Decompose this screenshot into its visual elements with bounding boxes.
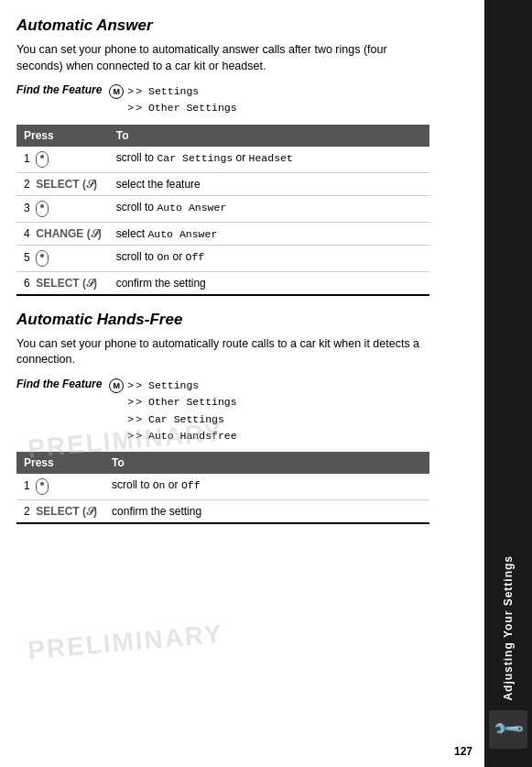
section1-title: Automatic Answer — [16, 16, 429, 35]
path2-3: >> Car Settings — [109, 411, 236, 428]
table2-row1-step: 1 — [16, 474, 104, 500]
table1-row3-desc: scroll to Auto Answer — [109, 195, 429, 222]
table2-row2-step: 2 SELECT (𝒮) — [16, 500, 104, 524]
page-number: 127 — [454, 745, 472, 758]
table1-row1-step: 1 — [16, 147, 109, 173]
table1-header-col1: Press — [16, 125, 109, 147]
table-2: Press To 1 scroll to On or Off — [16, 452, 429, 524]
select-action: SELECT (𝒮) — [36, 178, 97, 191]
side-tab-label: Adjusting Your Settings — [502, 555, 515, 701]
menu-icon-2: M — [109, 378, 124, 393]
table1-row4-desc: select Auto Answer — [109, 222, 429, 245]
find-feature-1: Find the Feature M >> Settings >> Other … — [16, 83, 429, 117]
section2-body: You can set your phone to automatically … — [16, 336, 429, 368]
table-row: 1 scroll to Car Settings or Headset — [16, 147, 429, 173]
table-row: 2 SELECT (𝒮) select the feature — [16, 172, 429, 195]
table2-header-col1: Press — [16, 452, 104, 474]
table2-row2-desc: confirm the setting — [104, 500, 429, 524]
table1-row5-desc: scroll to On or Off — [109, 245, 429, 271]
path2-4: >> Auto Handsfree — [109, 428, 236, 444]
table1-header-col2: To — [109, 125, 429, 147]
wrench-icon: 🔧 — [491, 712, 525, 746]
find-feature-label-1: Find the Feature — [16, 83, 102, 96]
table-1: Press To 1 scroll to Car Settings or Hea… — [16, 125, 429, 296]
select-action-6: SELECT (𝒮) — [36, 277, 97, 290]
table1-row6-desc: confirm the setting — [109, 271, 429, 295]
scroll-icon — [36, 250, 49, 267]
find-feature-2: Find the Feature M >> Settings >> Other … — [16, 378, 429, 445]
side-tab: Adjusting Your Settings 🔧 — [484, 0, 532, 767]
path1-2: >> Other Settings — [109, 100, 236, 116]
table1-row3-step: 3 — [16, 195, 109, 222]
select-action-2: SELECT (𝒮) — [36, 505, 97, 518]
table-row: 6 SELECT (𝒮) confirm the setting — [16, 271, 429, 295]
table2-header-col2: To — [104, 452, 429, 474]
section1-body: You can set your phone to automatically … — [16, 42, 429, 74]
section2-title: Automatic Hands-Free — [16, 311, 429, 329]
scroll-icon — [36, 201, 49, 217]
table2-row1-desc: scroll to On or Off — [104, 474, 429, 500]
change-action: CHANGE (𝒮) — [36, 227, 101, 240]
find-feature-path-2a: M >> Settings — [109, 378, 236, 394]
find-feature-label-2: Find the Feature — [16, 378, 102, 390]
scroll-icon — [36, 478, 49, 495]
path2-1: >> Settings — [127, 378, 199, 394]
table-row: 1 scroll to On or Off — [16, 474, 429, 500]
table1-row6-step: 6 SELECT (𝒮) — [16, 271, 109, 295]
path2-2: >> Other Settings — [109, 394, 236, 411]
table-row: 4 CHANGE (𝒮) select Auto Answer — [16, 222, 429, 245]
table1-row4-step: 4 CHANGE (𝒮) — [16, 222, 109, 245]
table1-row5-step: 5 — [16, 245, 109, 271]
scroll-icon — [36, 151, 49, 168]
find-feature-path-1: M >> Settings — [109, 83, 236, 100]
table1-row1-desc: scroll to Car Settings or Headset — [109, 147, 429, 173]
menu-icon-1: M — [109, 84, 124, 99]
table-row: 3 scroll to Auto Answer — [16, 195, 429, 222]
table-row: 2 SELECT (𝒮) confirm the setting — [16, 500, 429, 524]
table-row: 5 scroll to On or Off — [16, 245, 429, 271]
path1-1: >> Settings — [127, 83, 199, 100]
table1-row2-step: 2 SELECT (𝒮) — [16, 172, 109, 195]
table1-row2-desc: select the feature — [109, 172, 429, 195]
wrench-icon-container: 🔧 — [489, 710, 527, 749]
